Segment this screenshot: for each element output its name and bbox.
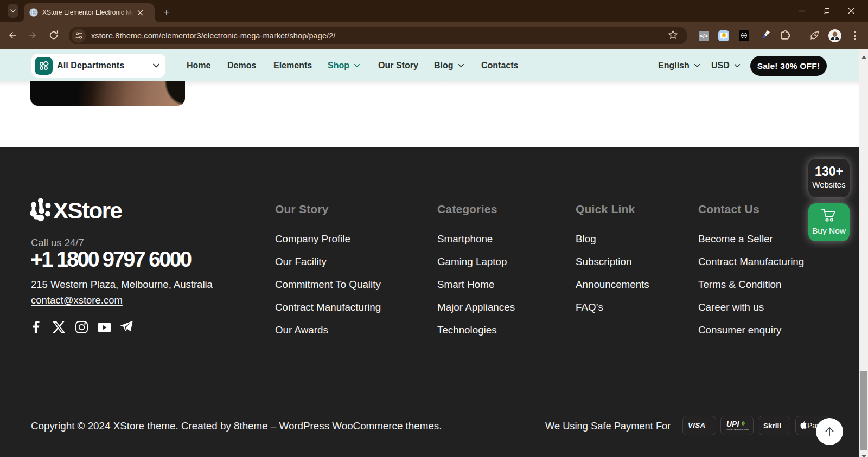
svg-text:VISA: VISA xyxy=(688,422,705,429)
svg-text:Skrill: Skrill xyxy=(763,422,781,429)
svg-text:UNIFIED PAYMENTS INTERFACE: UNIFIED PAYMENTS INTERFACE xyxy=(726,429,749,431)
svg-text:UPI: UPI xyxy=(726,420,739,428)
svg-text:XStore: XStore xyxy=(53,198,122,223)
